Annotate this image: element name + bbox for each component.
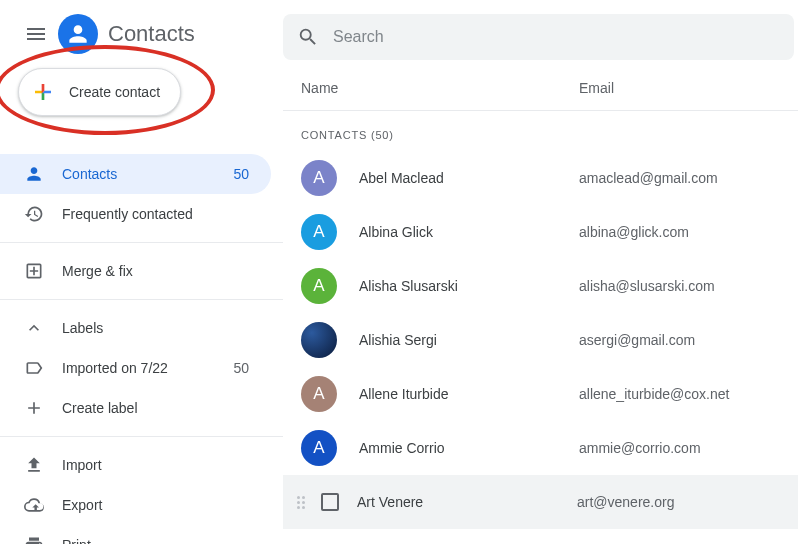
nav-frequently-contacted[interactable]: Frequently contacted [0, 194, 271, 234]
contact-name: Alishia Sergi [359, 332, 579, 348]
contact-row[interactable]: Art Venereart@venere.org [283, 475, 798, 529]
contact-email: alisha@slusarski.com [579, 278, 798, 294]
contact-email: asergi@gmail.com [579, 332, 798, 348]
row-checkbox[interactable] [321, 493, 339, 511]
search-icon [297, 26, 319, 48]
app-logo [58, 14, 98, 54]
contact-name: Allene Iturbide [359, 386, 579, 402]
plus-multicolor-icon [31, 80, 55, 104]
create-contact-label: Create contact [69, 84, 160, 100]
chevron-up-icon [24, 318, 44, 338]
nav-export-label: Export [62, 497, 249, 513]
contact-name: Alisha Slusarski [359, 278, 579, 294]
nav-import[interactable]: Import [0, 445, 271, 485]
contact-name: Ammie Corrio [359, 440, 579, 456]
nav-labels-header: Labels [62, 320, 249, 336]
section-header-contacts: CONTACTS (50) [283, 111, 798, 151]
avatar [301, 322, 337, 358]
search-input[interactable]: Search [283, 14, 794, 60]
nav-label-imported[interactable]: Imported on 7/22 50 [0, 348, 271, 388]
print-icon [24, 535, 44, 544]
nav-create-label-label: Create label [62, 400, 249, 416]
export-icon [24, 495, 44, 515]
label-icon [24, 358, 44, 378]
nav-print-label: Print [62, 537, 249, 544]
drag-handle-icon[interactable] [297, 496, 317, 509]
divider [0, 299, 283, 300]
contact-name: Art Venere [357, 494, 577, 510]
nav-contacts-count: 50 [233, 166, 249, 182]
avatar: A [301, 268, 337, 304]
create-contact-button[interactable]: Create contact [18, 68, 181, 116]
app-title: Contacts [108, 21, 195, 47]
contact-row[interactable]: AAbel Macleadamaclead@gmail.com [283, 151, 798, 205]
nav-merge-label: Merge & fix [62, 263, 249, 279]
contact-email: albina@glick.com [579, 224, 798, 240]
hamburger-menu-icon[interactable] [24, 22, 48, 46]
nav-imported-label: Imported on 7/22 [62, 360, 215, 376]
divider [0, 436, 283, 437]
nav-frequent-label: Frequently contacted [62, 206, 249, 222]
contacts-list: AAbel Macleadamaclead@gmail.comAAlbina G… [283, 151, 798, 529]
nav-export[interactable]: Export [0, 485, 271, 525]
nav-print[interactable]: Print [0, 525, 271, 544]
nav-merge-fix[interactable]: Merge & fix [0, 251, 271, 291]
contact-email: amaclead@gmail.com [579, 170, 798, 186]
contact-row[interactable]: AAmmie Corrioammie@corrio.com [283, 421, 798, 475]
nav-labels-toggle[interactable]: Labels [0, 308, 271, 348]
person-icon [24, 164, 44, 184]
nav-imported-count: 50 [233, 360, 249, 376]
nav-import-label: Import [62, 457, 249, 473]
plus-icon [24, 398, 44, 418]
avatar: A [301, 376, 337, 412]
contact-email: art@venere.org [577, 494, 798, 510]
nav-create-label[interactable]: Create label [0, 388, 271, 428]
column-header-name: Name [301, 80, 579, 96]
contact-email: ammie@corrio.com [579, 440, 798, 456]
contact-email: allene_iturbide@cox.net [579, 386, 798, 402]
search-placeholder: Search [333, 28, 384, 46]
contact-name: Albina Glick [359, 224, 579, 240]
import-icon [24, 455, 44, 475]
history-icon [24, 204, 44, 224]
contact-row[interactable]: Alishia Sergiasergi@gmail.com [283, 313, 798, 367]
contact-row[interactable]: AAlbina Glickalbina@glick.com [283, 205, 798, 259]
avatar: A [301, 214, 337, 250]
contact-row[interactable]: AAllene Iturbideallene_iturbide@cox.net [283, 367, 798, 421]
avatar: A [301, 430, 337, 466]
contact-row[interactable]: AAlisha Slusarskialisha@slusarski.com [283, 259, 798, 313]
list-header: Name Email [283, 60, 798, 111]
nav-contacts[interactable]: Contacts 50 [0, 154, 271, 194]
merge-fix-icon [24, 261, 44, 281]
contact-name: Abel Maclead [359, 170, 579, 186]
divider [0, 242, 283, 243]
column-header-email: Email [579, 80, 798, 96]
avatar: A [301, 160, 337, 196]
nav-contacts-label: Contacts [62, 166, 215, 182]
